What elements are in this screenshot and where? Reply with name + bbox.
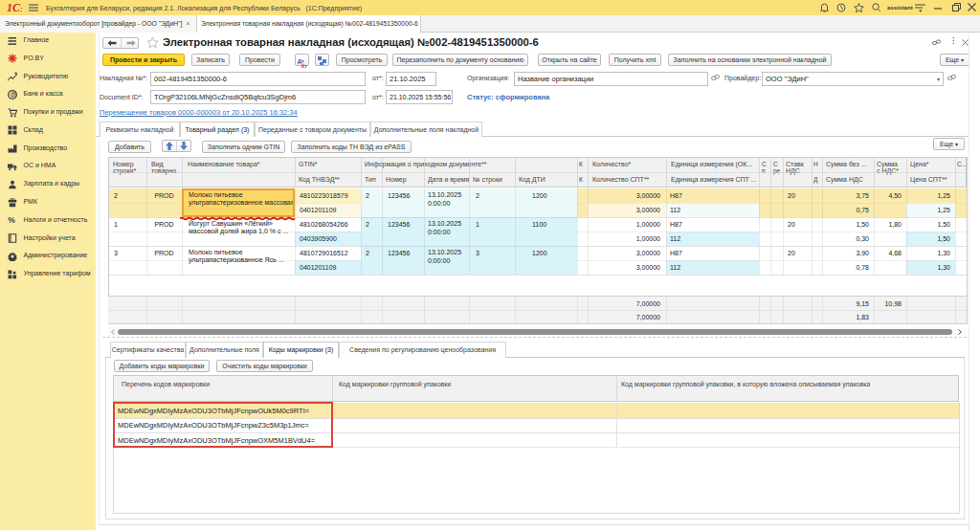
svg-text:@: @	[11, 91, 16, 98]
svg-text:%: %	[8, 216, 15, 226]
